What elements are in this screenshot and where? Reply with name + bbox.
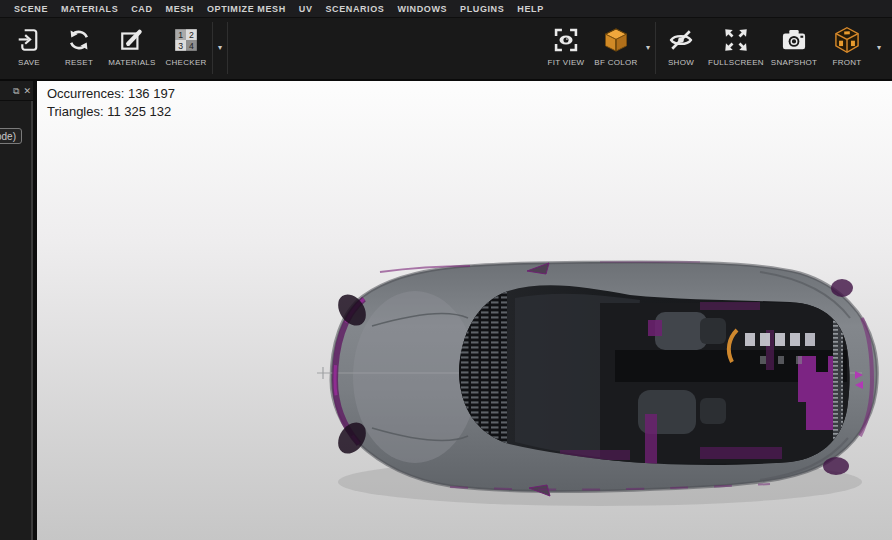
materials-button[interactable]: MATERIALS [104,18,160,76]
fullscreen-button[interactable]: FULLSCREEN [706,18,766,76]
materials-edit-icon [119,25,145,55]
save-icon [16,25,42,55]
fit-view-icon [552,25,580,55]
car-model-top-view [37,81,892,540]
panel-gap [33,81,37,540]
show-label: SHOW [668,58,694,67]
checker-dropdown-arrow-icon[interactable]: ▾ [213,18,227,76]
show-hidden-eye-icon [667,25,695,55]
fullscreen-label: FULLSCREEN [708,58,764,67]
save-label: SAVE [18,58,40,67]
toolbar-right-group: FIT VIEW BF COLOR ▾ [541,18,886,79]
checker-button[interactable]: 1 2 3 4 CHECKER [160,18,212,76]
fit-view-label: FIT VIEW [548,58,585,67]
front-view-button[interactable]: FRONT [822,18,872,76]
panel-close-icon[interactable]: ✕ [23,87,31,96]
bf-color-cube-icon [602,25,630,55]
bf-color-dropdown-arrow-icon[interactable]: ▾ [641,18,655,76]
front-view-dropdown-arrow-icon[interactable]: ▾ [872,18,886,76]
menu-cad[interactable]: CAD [131,4,152,14]
checker-label: CHECKER [165,58,206,67]
front-view-cube-icon [833,25,861,55]
left-panel-strip: ⧉ ✕ l mode) [0,81,37,540]
front-view-label: FRONT [832,58,861,67]
menu-windows[interactable]: WINDOWS [397,4,447,14]
fit-view-button[interactable]: FIT VIEW [541,18,591,76]
materials-label: MATERIALS [108,58,155,67]
snapshot-camera-icon [780,25,808,55]
menu-optimize-mesh[interactable]: OPTIMIZE MESH [207,4,286,14]
reset-button[interactable]: RESET [54,18,104,76]
panel-divider [0,100,33,101]
toolbar-separator [227,22,228,74]
reset-icon [66,25,92,55]
render-mode-label: l mode) [0,131,16,142]
svg-text:1: 1 [178,30,183,40]
bf-color-label: BF COLOR [594,58,637,67]
reset-label: RESET [65,58,93,67]
svg-text:4: 4 [189,41,194,51]
bf-color-button[interactable]: BF COLOR [591,18,641,76]
toolbar-left-group: SAVE RESET MATERIALS [4,18,228,79]
checker-icon: 1 2 3 4 [173,25,199,55]
menu-plugins[interactable]: PLUGINS [460,4,504,14]
menu-bar: SCENE MATERIALS CAD MESH OPTIMIZE MESH U… [0,0,892,18]
save-button[interactable]: SAVE [4,18,54,76]
svg-text:2: 2 [189,30,194,40]
menu-mesh[interactable]: MESH [166,4,194,14]
toolbar: SAVE RESET MATERIALS [0,18,892,81]
render-mode-box: l mode) [0,128,22,144]
fullscreen-expand-icon [721,25,751,55]
snapshot-label: SNAPSHOT [771,58,817,67]
menu-materials[interactable]: MATERIALS [61,4,118,14]
viewport-3d[interactable]: Occurrences: 136 197 Triangles: 11 325 1… [37,81,892,540]
menu-uv[interactable]: UV [299,4,313,14]
snapshot-button[interactable]: SNAPSHOT [766,18,822,76]
menu-scenarios[interactable]: SCENARIOS [325,4,384,14]
menu-scene[interactable]: SCENE [14,4,48,14]
menu-help[interactable]: HELP [517,4,543,14]
show-button[interactable]: SHOW [656,18,706,76]
panel-popout-icon[interactable]: ⧉ [13,87,19,96]
svg-text:3: 3 [178,41,183,51]
